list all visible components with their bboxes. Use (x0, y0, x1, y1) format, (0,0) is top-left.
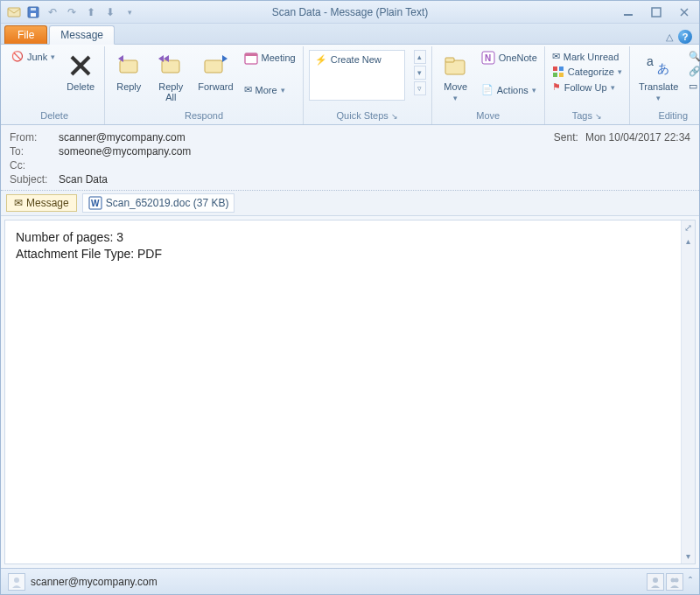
save-icon[interactable] (25, 4, 41, 20)
group-label-editing: Editing (635, 110, 700, 124)
svg-rect-20 (559, 66, 564, 71)
mark-unread-button[interactable]: ✉ Mark Unread (550, 50, 624, 63)
create-new-label: Create New (331, 54, 382, 65)
quick-steps-gallery[interactable]: ⚡ Create New (309, 50, 405, 101)
group-label-quicksteps: Quick Steps ↘ (309, 110, 426, 124)
reply-all-icon (157, 52, 185, 80)
window-controls (619, 5, 694, 19)
more-icon: ✉ (244, 84, 252, 95)
subject-label: Subject: (10, 173, 59, 186)
translate-button[interactable]: aあ Translate (635, 50, 682, 104)
select-button[interactable]: ▭ (687, 80, 700, 93)
tab-file[interactable]: File (4, 25, 47, 44)
message-icon: ✉ (14, 197, 23, 209)
cc-label: Cc: (10, 159, 59, 172)
forward-button[interactable]: Forward (194, 50, 236, 94)
svg-rect-16 (445, 58, 454, 62)
follow-up-button[interactable]: ⚑ Follow Up (550, 80, 624, 94)
close-button[interactable] (675, 5, 694, 19)
junk-icon: 🚫 (11, 51, 24, 62)
find-icon: 🔍 (689, 51, 700, 62)
message-tab-label: Message (26, 197, 69, 209)
gallery-more-icon[interactable]: ▿ (414, 81, 426, 95)
qat-previous-icon[interactable]: ⬆ (83, 4, 99, 20)
contact-photo-icon[interactable] (8, 573, 25, 591)
attachment-chip[interactable]: W Scan_652019.doc (37 KB) (82, 193, 235, 213)
meeting-button[interactable]: Meeting (242, 50, 298, 66)
svg-rect-21 (553, 73, 557, 77)
reply-button[interactable]: Reply (110, 50, 147, 94)
redo-icon[interactable]: ↷ (64, 4, 80, 20)
qat-next-icon[interactable]: ⬇ (102, 4, 118, 20)
categorize-button[interactable]: Categorize (550, 65, 624, 79)
people-pane-icon[interactable] (647, 573, 664, 591)
gallery-down-icon[interactable]: ▾ (414, 66, 426, 80)
more-button[interactable]: ✉ More (242, 83, 298, 96)
svg-rect-22 (559, 73, 564, 77)
find-button[interactable]: 🔍 (687, 50, 700, 63)
people-pane-icon-2[interactable] (666, 573, 683, 591)
reply-all-label: Reply All (158, 81, 183, 102)
delete-button[interactable]: Delete (62, 50, 99, 94)
body-line-1: Number of pages: 3 (16, 229, 684, 246)
actions-button[interactable]: 📄 Actions (480, 83, 539, 96)
scrollbar[interactable]: ⤢ ▴ ▾ (681, 220, 695, 564)
delete-label: Delete (66, 81, 94, 92)
title-bar: ↶ ↷ ⬆ ⬇ ▾ Scan Data - Message (Plain Tex… (1, 1, 699, 24)
dialog-launcher-icon[interactable]: ↘ (391, 112, 398, 121)
group-move: Move N OneNote 📄 Actions Move (432, 46, 545, 124)
undo-icon[interactable]: ↶ (45, 4, 60, 20)
categorize-icon (552, 66, 564, 78)
outlook-icon (6, 4, 22, 20)
mark-unread-label: Mark Unread (564, 52, 620, 62)
group-label-move: Move (438, 110, 539, 124)
group-tags: ✉ Mark Unread Categorize ⚑ Follow Up Tag… (545, 46, 630, 124)
gallery-up-icon[interactable]: ▴ (414, 50, 426, 64)
forward-label: Forward (198, 81, 233, 92)
onenote-label: OneNote (499, 52, 537, 63)
meeting-icon (244, 51, 258, 65)
message-header: From: scanner@mycompany.com Sent:Mon 10/… (1, 125, 699, 191)
from-label: From: (10, 131, 59, 144)
move-label: Move (444, 81, 467, 92)
scroll-down-icon[interactable]: ▾ (682, 550, 695, 564)
tags-label: Tags (572, 110, 592, 121)
status-bar: scanner@mycompany.com ˆ (1, 568, 699, 594)
minimize-button[interactable] (619, 5, 638, 19)
actions-icon: 📄 (481, 84, 494, 95)
help-icon[interactable]: ? (678, 30, 692, 44)
scroll-up-icon[interactable]: ▴ (682, 234, 695, 248)
actions-label: Actions (497, 85, 528, 95)
svg-point-32 (675, 578, 679, 582)
reply-all-button[interactable]: Reply All (152, 50, 189, 104)
group-label-delete: Delete (10, 110, 99, 124)
qat-customize-dropdown[interactable]: ▾ (122, 4, 137, 20)
svg-rect-11 (162, 60, 179, 73)
junk-button[interactable]: 🚫 Junk (10, 50, 57, 63)
tab-message[interactable]: Message (49, 25, 115, 45)
group-delete: 🚫 Junk Delete Delete (4, 46, 105, 124)
onenote-button[interactable]: N OneNote (480, 50, 539, 66)
tags-launcher-icon[interactable]: ↘ (595, 112, 602, 121)
svg-rect-5 (652, 8, 661, 17)
junk-label: Junk (27, 52, 47, 62)
move-button[interactable]: Move (438, 50, 474, 104)
svg-text:N: N (485, 53, 491, 63)
reply-label: Reply (116, 81, 141, 92)
related-button[interactable]: 🔗 (687, 65, 700, 78)
outlook-message-window: ↶ ↷ ⬆ ⬇ ▾ Scan Data - Message (Plain Tex… (0, 0, 700, 595)
zoom-control-icon[interactable]: ⤢ (682, 220, 695, 234)
translate-label: Translate (639, 81, 678, 92)
message-body-tab[interactable]: ✉ Message (6, 194, 77, 212)
ribbon-collapse-icon[interactable]: △ (666, 32, 673, 43)
sent-value: Mon 10/04/2017 22:34 (585, 131, 690, 144)
meeting-label: Meeting (262, 52, 296, 63)
people-pane-expand-icon[interactable]: ˆ (689, 576, 692, 588)
maximize-button[interactable] (647, 5, 666, 19)
quick-steps-scroll: ▴ ▾ ▿ (414, 50, 426, 95)
attachment-filename: Scan_652019.doc (37 KB) (106, 197, 229, 209)
svg-rect-0 (8, 8, 20, 17)
svg-rect-12 (205, 60, 222, 73)
related-icon: 🔗 (689, 66, 700, 77)
mark-unread-icon: ✉ (552, 51, 560, 62)
